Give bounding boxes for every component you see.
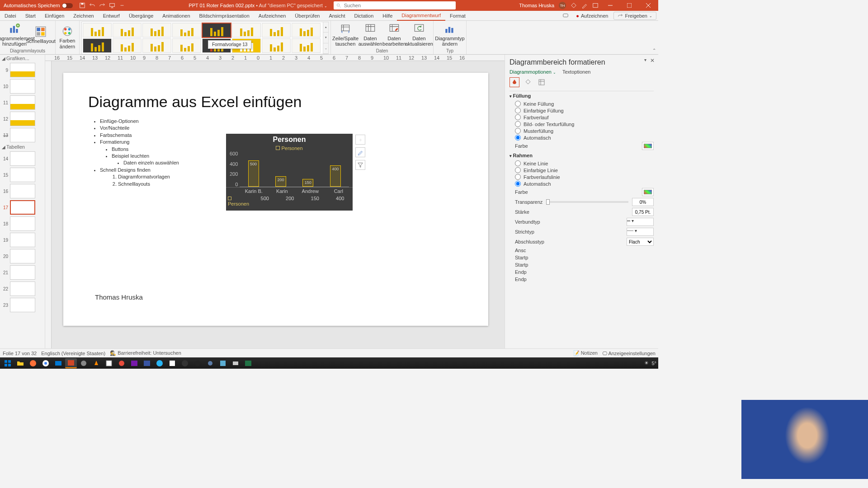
- tab-uebergaenge[interactable]: Übergänge: [124, 11, 158, 20]
- search-box[interactable]: [334, 1, 456, 9]
- autosave-toggle[interactable]: Automatisches Speichern: [0, 3, 76, 8]
- border-color-button[interactable]: [642, 188, 654, 196]
- chart-style-3[interactable]: [142, 23, 171, 38]
- thumb-21[interactable]: 21: [0, 264, 45, 281]
- thumb-11[interactable]: 11: [0, 94, 45, 111]
- quick-layout-button[interactable]: Schnelllayout: [28, 25, 53, 45]
- effects-icon[interactable]: [523, 77, 533, 87]
- thumb-23[interactable]: 23: [0, 297, 45, 313]
- fill-pattern[interactable]: Musterfüllung: [509, 127, 654, 134]
- collapse-ribbon-icon[interactable]: ⌃: [650, 21, 658, 54]
- compound-combo[interactable]: ═ ▾: [627, 218, 654, 226]
- powerpoint-icon[interactable]: [65, 358, 77, 368]
- thumb-18[interactable]: 18: [0, 216, 45, 232]
- tab-diagrammentwurf[interactable]: Diagrammentwurf: [397, 11, 445, 21]
- chart-style-1[interactable]: [83, 23, 112, 38]
- fill-color-button[interactable]: [642, 142, 654, 150]
- avatar[interactable]: TH: [559, 2, 566, 9]
- weather-icon[interactable]: ☀: [644, 360, 649, 366]
- chart-style-5[interactable]: [202, 23, 231, 38]
- border-auto[interactable]: Automatisch: [509, 180, 654, 187]
- tab-dictation[interactable]: Dictation: [349, 11, 378, 20]
- fill-line-icon[interactable]: [509, 77, 519, 87]
- chart-style-11[interactable]: [142, 38, 171, 53]
- app-icon-2[interactable]: [103, 358, 115, 368]
- thumb-22[interactable]: 22: [0, 281, 45, 297]
- slide-title[interactable]: Diagramme aus Excel einfügen: [88, 93, 302, 111]
- pane-tab-options[interactable]: Diagrammoptionen ⌄: [509, 69, 556, 75]
- slide-canvas[interactable]: Diagramme aus Excel einfügen Einfüge-Opt…: [63, 73, 488, 326]
- fill-section-header[interactable]: Füllung: [509, 91, 654, 100]
- thumb-19[interactable]: 19: [0, 232, 45, 248]
- tab-entwurf[interactable]: Entwurf: [99, 11, 124, 20]
- chart-style-2[interactable]: [113, 23, 142, 38]
- chart-style-9[interactable]: [83, 38, 112, 53]
- pane-options-icon[interactable]: ▾: [644, 57, 646, 62]
- tab-format[interactable]: Format: [445, 11, 470, 20]
- edit-data-button[interactable]: Daten bearbeiten: [382, 22, 406, 47]
- tab-einfuegen[interactable]: Einfügen: [40, 11, 69, 20]
- chart-filter-icon[interactable]: [355, 160, 365, 170]
- border-gradient[interactable]: Farbverlaufslinie: [509, 174, 654, 180]
- app-icon-5[interactable]: [192, 358, 203, 368]
- chart-style-6[interactable]: [232, 23, 261, 38]
- change-chart-type-button[interactable]: Diagrammtyp ändern: [435, 22, 464, 47]
- chart-style-12[interactable]: [172, 38, 201, 53]
- thumb-12[interactable]: 12: [0, 111, 45, 127]
- chart-plus-icon[interactable]: ＋: [355, 135, 365, 145]
- save-icon[interactable]: [79, 2, 85, 9]
- thumb-10[interactable]: 10: [0, 78, 45, 94]
- start-button[interactable]: [2, 358, 14, 368]
- fill-gradient[interactable]: Farbverlauf: [509, 114, 654, 121]
- obs-icon[interactable]: [179, 358, 191, 368]
- chart-style-16[interactable]: [292, 38, 321, 53]
- pen-icon[interactable]: [581, 2, 588, 9]
- temperature[interactable]: 5°: [651, 361, 656, 366]
- tab-ansicht[interactable]: Ansicht: [324, 11, 349, 20]
- language-indicator[interactable]: Englisch (Vereinigte Staaten): [41, 351, 105, 356]
- undo-icon[interactable]: [89, 2, 95, 9]
- thumb-14[interactable]: 14: [0, 150, 45, 167]
- app-icon-1[interactable]: [78, 358, 90, 368]
- chrome-icon[interactable]: [40, 358, 52, 368]
- comments-button[interactable]: [559, 11, 572, 20]
- slide-body[interactable]: Einfüge-Optionen Vor/Nachteile Farbschem…: [88, 118, 179, 188]
- fill-solid[interactable]: Einfarbige Füllung: [509, 107, 654, 114]
- app-icon-6[interactable]: [204, 358, 216, 368]
- change-colors-button[interactable]: Farben ändern: [57, 24, 77, 50]
- select-data-button[interactable]: Daten auswählen: [359, 22, 382, 47]
- tab-bildschirm[interactable]: Bildschirmpräsentation: [195, 11, 254, 20]
- user-name[interactable]: Thomas Hruska: [519, 3, 554, 8]
- gallery-expand[interactable]: ▴▾⌄: [323, 22, 328, 54]
- chart-style-4[interactable]: [172, 23, 201, 38]
- tab-animationen[interactable]: Animationen: [158, 11, 194, 20]
- tab-start[interactable]: Start: [21, 11, 40, 20]
- thumb-17[interactable]: 17: [0, 199, 45, 216]
- visio-icon[interactable]: [141, 358, 153, 368]
- width-input[interactable]: [632, 208, 654, 216]
- chart-style-7[interactable]: [262, 23, 291, 38]
- thumb-16[interactable]: 16: [0, 183, 45, 199]
- thumb-13[interactable]: 13: [0, 127, 45, 143]
- border-none[interactable]: Keine Linie: [509, 160, 654, 167]
- diamond-icon[interactable]: [571, 2, 577, 9]
- display-settings[interactable]: 🖵 Anzeigeeinstellungen: [602, 351, 656, 356]
- tab-aufzeichnen[interactable]: Aufzeichnen: [254, 11, 291, 20]
- app-icon-7[interactable]: [217, 358, 229, 368]
- chart-brush-icon[interactable]: [355, 147, 365, 157]
- border-section-header[interactable]: Rahmen: [509, 151, 654, 160]
- tab-hilfe[interactable]: Hilfe: [378, 11, 397, 20]
- chart-object[interactable]: Personen Personen 6004002000 50020015040…: [226, 134, 353, 211]
- app-icon-4[interactable]: [166, 358, 178, 368]
- fill-picture[interactable]: Bild- oder Texturfüllung: [509, 121, 654, 127]
- accessibility-check[interactable]: 🕵 Barrierefreiheit: Untersuchen: [110, 350, 181, 356]
- thumb-20[interactable]: 20: [0, 248, 45, 264]
- add-chart-element-button[interactable]: Diagrammelement hinzufügen: [2, 22, 27, 47]
- chart-style-8[interactable]: [292, 23, 321, 38]
- transparency-input[interactable]: [632, 198, 654, 206]
- window-icon[interactable]: [592, 2, 599, 9]
- more-icon[interactable]: [119, 2, 125, 9]
- pane-tab-text[interactable]: Textoptionen: [562, 69, 590, 75]
- dash-combo[interactable]: ── ▾: [627, 228, 654, 236]
- notes-button[interactable]: 📝 Notizen: [573, 350, 598, 356]
